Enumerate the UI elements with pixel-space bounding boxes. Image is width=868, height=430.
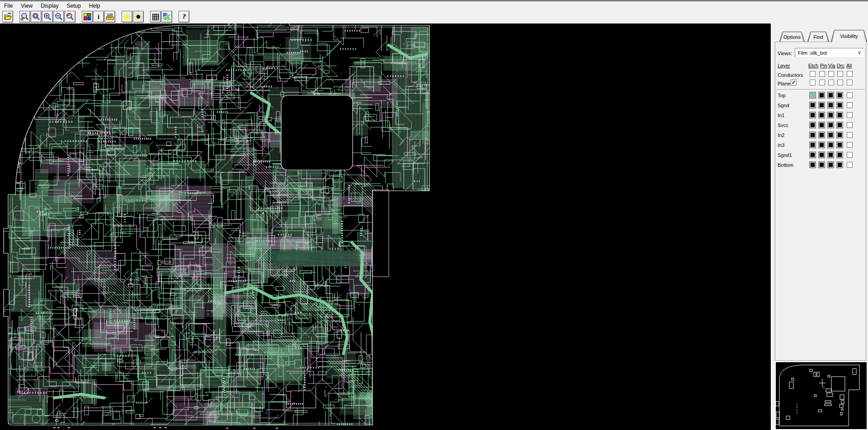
swatch-in3-pin[interactable] xyxy=(818,142,825,148)
swatch-bottom-etch[interactable] xyxy=(809,161,816,168)
menu-item-file[interactable]: File xyxy=(0,2,17,10)
checkbox-bottom-all[interactable] xyxy=(847,162,853,168)
dehighlight-button[interactable] xyxy=(133,11,144,23)
checkbox-svcc-all[interactable] xyxy=(847,122,853,128)
layer-row-label-in1: In1 xyxy=(778,113,784,118)
checkbox-conductors-via[interactable] xyxy=(828,71,834,77)
menu-item-setup[interactable]: Setup xyxy=(63,2,85,10)
panel-tab-strip: OptionsFindVisibility xyxy=(772,30,868,42)
zoom-points-button[interactable] xyxy=(19,11,30,23)
checkbox-in3-all[interactable] xyxy=(847,142,853,148)
menu-item-view[interactable]: View xyxy=(17,2,37,10)
color-palette-icon xyxy=(83,12,92,22)
checkbox-planes-pin[interactable] xyxy=(819,80,825,85)
swatch-bottom-via[interactable] xyxy=(827,161,834,168)
checkbox-in2-all[interactable] xyxy=(847,132,853,138)
swatch-in3-via[interactable] xyxy=(827,142,834,148)
checkbox-planes-master[interactable]: ✓ xyxy=(791,80,797,85)
layer-row-label-in2: In2 xyxy=(778,132,784,138)
menu-item-help[interactable]: Help xyxy=(85,2,104,10)
tab-label: Visibility xyxy=(832,30,866,42)
checkbox-sgnd-all[interactable] xyxy=(847,102,853,108)
zoom-previous-icon xyxy=(66,12,75,22)
swatch-bottom-pin[interactable] xyxy=(818,161,825,168)
checkbox-conductors-all[interactable] xyxy=(847,71,853,77)
swatch-in2-drc[interactable] xyxy=(836,132,843,138)
swatch-in2-via[interactable] xyxy=(827,132,834,138)
swatch-top-via[interactable] xyxy=(827,92,834,99)
zoom-out-button[interactable] xyxy=(53,11,64,23)
swatch-in3-etch[interactable] xyxy=(809,142,816,148)
swatch-svcc-etch[interactable] xyxy=(809,122,816,128)
svg-text:?: ? xyxy=(182,13,186,20)
open-file-button[interactable] xyxy=(2,11,13,23)
zoom-in-button[interactable] xyxy=(42,11,53,23)
layer-row-label-sgnd: Sgnd xyxy=(778,103,789,108)
checkbox-conductors-drc[interactable] xyxy=(837,71,843,77)
views-dropdown-value: Film: silk_bot xyxy=(798,50,827,56)
swatch-svcc-pin[interactable] xyxy=(818,122,825,128)
ratsnest-button[interactable] xyxy=(161,11,172,23)
swatch-sgnd-via[interactable] xyxy=(827,102,834,109)
swatch-sgnd1-drc[interactable] xyxy=(836,151,843,158)
layer-row-label-sgnd1: Sgnd1 xyxy=(778,152,792,158)
checkbox-in1-all[interactable] xyxy=(847,112,853,118)
swatch-sgnd-etch[interactable] xyxy=(809,102,816,109)
views-dropdown[interactable]: Film: silk_bot ∨ xyxy=(795,48,864,57)
column-header-via: Via xyxy=(828,63,835,68)
menu-item-display[interactable]: Display xyxy=(37,2,62,10)
grid-icon xyxy=(151,12,160,22)
color-visibility-button[interactable] xyxy=(82,11,93,23)
tab-visibility[interactable]: Visibility xyxy=(831,30,867,42)
tab-label: Find xyxy=(808,32,828,42)
layer-row-label-in3: In3 xyxy=(778,142,784,148)
checkbox-conductors-etch[interactable] xyxy=(810,71,816,77)
swatch-sgnd-drc[interactable] xyxy=(836,102,843,109)
toolbar: i123?? xyxy=(0,10,868,24)
zoom-fit-button[interactable] xyxy=(31,11,42,23)
highlight-button[interactable] xyxy=(122,11,132,23)
swatch-svcc-drc[interactable] xyxy=(836,122,843,128)
zoom-fit-icon xyxy=(32,12,41,22)
grid-toggle-button[interactable] xyxy=(150,11,161,23)
help-button[interactable]: ?? xyxy=(179,11,189,23)
swatch-sgnd-pin[interactable] xyxy=(818,102,825,109)
swatch-svcc-via[interactable] xyxy=(827,122,834,128)
swatch-bottom-drc[interactable] xyxy=(836,161,843,168)
swatch-in2-etch[interactable] xyxy=(809,132,816,138)
tab-options[interactable]: Options xyxy=(779,32,805,42)
help-icon: ?? xyxy=(179,12,189,22)
zoom-out-icon xyxy=(54,12,63,22)
element-info-button[interactable]: i xyxy=(93,11,104,23)
swatch-in1-drc[interactable] xyxy=(836,112,843,118)
checkbox-top-all[interactable] xyxy=(847,92,853,98)
checkbox-planes-via[interactable] xyxy=(828,80,834,85)
dehighlight-icon xyxy=(134,12,143,22)
checkbox-sgnd1-all[interactable] xyxy=(847,152,853,158)
checkbox-planes-etch[interactable] xyxy=(810,80,816,85)
checkbox-planes-all[interactable] xyxy=(847,80,853,85)
swatch-sgnd1-pin[interactable] xyxy=(818,151,825,158)
zoom-previous-button[interactable] xyxy=(65,11,75,23)
swatch-in3-drc[interactable] xyxy=(836,142,843,148)
swatch-in2-pin[interactable] xyxy=(818,132,825,138)
swatch-in1-pin[interactable] xyxy=(818,112,825,118)
divider xyxy=(776,89,865,90)
layer-row-label-svcc: Svcc xyxy=(778,123,788,128)
tab-find[interactable]: Find xyxy=(807,32,829,42)
minimap-overview xyxy=(776,362,867,429)
measure-button[interactable]: 123 xyxy=(104,11,115,23)
pcb-design-canvas[interactable] xyxy=(0,0,868,430)
swatch-top-drc[interactable] xyxy=(836,92,843,99)
checkbox-planes-drc[interactable] xyxy=(837,80,843,85)
minimap[interactable] xyxy=(775,361,868,430)
swatch-top-etch[interactable] xyxy=(809,92,816,99)
layer-header: Layer xyxy=(778,63,790,68)
swatch-top-pin[interactable] xyxy=(818,92,825,99)
swatch-sgnd1-etch[interactable] xyxy=(809,151,816,158)
swatch-in1-etch[interactable] xyxy=(809,112,816,118)
swatch-sgnd1-via[interactable] xyxy=(827,151,834,158)
swatch-in1-via[interactable] xyxy=(827,112,834,118)
zoom-points-icon xyxy=(20,12,29,22)
checkbox-conductors-pin[interactable] xyxy=(819,71,825,77)
